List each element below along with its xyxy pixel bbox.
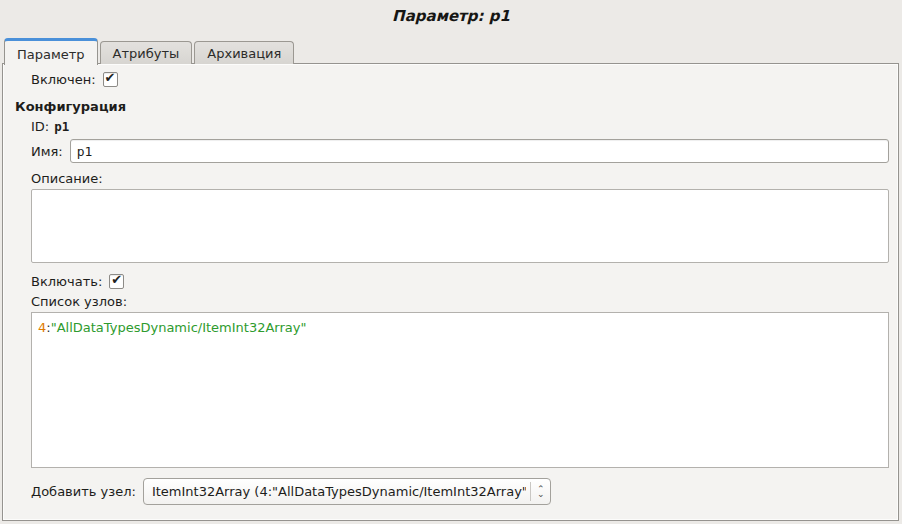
enabled-row: Включен: xyxy=(31,72,889,87)
name-label: Имя: xyxy=(31,144,63,159)
include-checkbox[interactable] xyxy=(109,274,124,289)
combo-separator xyxy=(530,482,531,501)
node-list-label: Список узлов: xyxy=(31,294,889,309)
id-label: ID: xyxy=(31,119,49,134)
add-node-label: Добавить узел: xyxy=(31,484,136,499)
description-field-wrap xyxy=(31,189,889,263)
tab-attributes[interactable]: Атрибуты xyxy=(100,41,193,64)
id-row: ID: p1 xyxy=(31,119,889,134)
node-list-view[interactable]: 4:"AllDataTypesDynamic/ItemInt32Array" xyxy=(31,312,889,468)
include-row: Включать: xyxy=(31,274,889,289)
node-list-wrap: 4:"AllDataTypesDynamic/ItemInt32Array" xyxy=(31,312,889,468)
name-input[interactable] xyxy=(70,139,889,163)
configuration-heading: Конфигурация xyxy=(15,99,889,114)
id-value: p1 xyxy=(54,119,69,134)
node-path: "AllDataTypesDynamic/ItemInt32Array" xyxy=(51,320,307,335)
add-node-row: Добавить узел: ItemInt32Array (4:"AllDat… xyxy=(31,478,889,505)
tab-archiving[interactable]: Архивация xyxy=(194,41,294,64)
add-node-selected-value: ItemInt32Array (4:"AllDataTypesDynamic/I… xyxy=(152,484,526,499)
tab-bar: Параметр Атрибуты Архивация xyxy=(4,38,296,64)
name-row: Имя: xyxy=(31,139,889,163)
enabled-checkbox[interactable] xyxy=(103,72,118,87)
description-textarea[interactable] xyxy=(31,189,889,263)
page-title: Параметр: p1 xyxy=(0,7,902,25)
parameter-tab-panel: Включен: Конфигурация ID: p1 Имя: Описан… xyxy=(2,63,899,521)
include-label: Включать: xyxy=(31,274,102,289)
node-list-item: 4:"AllDataTypesDynamic/ItemInt32Array" xyxy=(38,320,306,335)
description-label: Описание: xyxy=(31,171,889,186)
tab-parameter[interactable]: Параметр xyxy=(4,38,98,65)
enabled-label: Включен: xyxy=(31,72,96,87)
add-node-combobox[interactable]: ItemInt32Array (4:"AllDataTypesDynamic/I… xyxy=(143,478,551,505)
chevron-up-down-icon: ⌃⌄ xyxy=(534,487,550,497)
